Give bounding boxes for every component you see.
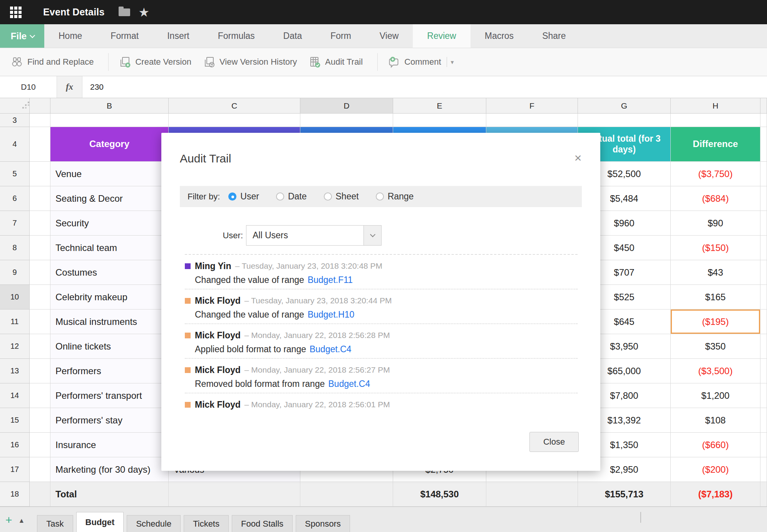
cell-x15[interactable] [760,408,767,433]
cell-x11[interactable] [760,309,767,334]
cell-h16[interactable]: ($660) [671,433,760,457]
cell-h8[interactable]: ($150) [671,236,760,260]
row-header-18[interactable]: 18 [0,482,30,507]
cell-a10[interactable] [30,285,50,309]
cell-b10[interactable]: Celebrity makeup [50,285,169,309]
row-header-9[interactable]: 9 [0,260,30,285]
cell-e3[interactable] [393,114,486,127]
sheet-tab-food-stalls[interactable]: Food Stalls [232,515,293,532]
create-version-button[interactable]: Create Version [119,56,191,68]
cell-h7[interactable]: $90 [671,211,760,236]
menu-tab-view[interactable]: View [365,24,413,48]
cell-a15[interactable] [30,408,50,433]
cell-x18[interactable] [760,482,767,507]
cell-x10[interactable] [760,285,767,309]
cell-b15[interactable]: Performers' stay [50,408,169,433]
cell-h5[interactable]: ($3,750) [671,162,760,186]
row-header-17[interactable]: 17 [0,457,30,482]
menu-tab-macros[interactable]: Macros [471,24,528,48]
column-header-f[interactable]: F [486,98,578,114]
column-header-e[interactable]: E [393,98,486,114]
row-header-7[interactable]: 7 [0,211,30,236]
row-header-4[interactable]: 4 [0,127,30,162]
menu-tab-share[interactable]: Share [528,24,580,48]
select-all-corner[interactable] [0,98,30,114]
cell-reference-box[interactable]: D10 [0,76,57,98]
row-header-13[interactable]: 13 [0,359,30,383]
cell-d18[interactable] [300,482,393,507]
view-version-history-button[interactable]: View Version History [203,56,297,68]
filter-radio-date[interactable]: Date [276,191,307,202]
cell-b17[interactable]: Marketing (for 30 days) [50,457,169,482]
user-dropdown[interactable]: All Users [246,225,382,246]
filter-radio-sheet[interactable]: Sheet [324,191,359,202]
cell-x8[interactable] [760,236,767,260]
cell-h12[interactable]: $350 [671,334,760,359]
cell-x5[interactable] [760,162,767,186]
cell-a6[interactable] [30,186,50,211]
cell-b18[interactable]: Total [50,482,169,507]
cell-b7[interactable]: Security [50,211,169,236]
sheet-tab-task[interactable]: Task [37,515,73,532]
row-header-12[interactable]: 12 [0,334,30,359]
column-header-c[interactable]: C [169,98,300,114]
cell-h11[interactable]: ($195) [671,309,760,334]
menu-tab-review[interactable]: Review [413,24,470,48]
find-and-replace-button[interactable]: Find and Replace [11,56,94,68]
column-header-b[interactable]: B [50,98,169,114]
cell-d3[interactable] [300,114,393,127]
range-link[interactable]: Budget.H10 [308,309,354,320]
cell-x9[interactable] [760,260,767,285]
row-header-11[interactable]: 11 [0,309,30,334]
cell-a16[interactable] [30,433,50,457]
cell-x13[interactable] [760,359,767,383]
menu-tab-home[interactable]: Home [44,24,96,48]
row-header-14[interactable]: 14 [0,383,30,408]
menu-tab-formulas[interactable]: Formulas [204,24,269,48]
cell-h6[interactable]: ($684) [671,186,760,211]
column-header-d[interactable]: D [300,98,393,114]
sheet-tab-budget[interactable]: Budget [76,512,124,532]
row-header-10[interactable]: 10 [0,285,30,309]
range-link[interactable]: Budget.C4 [328,379,370,389]
menu-tab-file[interactable]: File [0,24,44,48]
filter-radio-user[interactable]: User [228,191,259,202]
cell-b16[interactable]: Insurance [50,433,169,457]
cell-b8[interactable]: Technical team [50,236,169,260]
row-header-8[interactable]: 8 [0,236,30,260]
cell-h17[interactable]: ($200) [671,457,760,482]
cell-e18[interactable]: $148,530 [393,482,486,507]
cell-h18[interactable]: ($7,183) [671,482,760,507]
comment-button[interactable]: Comment [388,56,441,68]
cell-a3[interactable] [30,114,50,127]
cell-b9[interactable]: Costumes [50,260,169,285]
horizontal-scrollbar[interactable] [640,512,641,523]
cell-x16[interactable] [760,433,767,457]
column-header-g[interactable]: G [578,98,671,114]
row-header-15[interactable]: 15 [0,408,30,433]
row-header-5[interactable]: 5 [0,162,30,186]
sheet-tab-schedule[interactable]: Schedule [127,515,181,532]
dropdown-chevron[interactable] [363,226,381,245]
cell-x6[interactable] [760,186,767,211]
row-header-3[interactable]: 3 [0,114,30,127]
cell-b4[interactable]: Category [50,127,169,162]
cell-c3[interactable] [169,114,300,127]
menu-tab-form[interactable]: Form [316,24,365,48]
row-header-16[interactable]: 16 [0,433,30,457]
range-link[interactable]: Budget.F11 [308,275,353,285]
cell-x4[interactable] [760,127,767,162]
cell-b6[interactable]: Seating & Decor [50,186,169,211]
cell-a9[interactable] [30,260,50,285]
add-sheet-icon[interactable]: + [5,514,12,526]
sheet-tab-tickets[interactable]: Tickets [184,515,229,532]
cell-h15[interactable]: $108 [671,408,760,433]
cell-h10[interactable]: $165 [671,285,760,309]
row-header-6[interactable]: 6 [0,186,30,211]
cell-b11[interactable]: Musical instruments [50,309,169,334]
folder-icon[interactable] [119,8,130,16]
cell-x12[interactable] [760,334,767,359]
audit-trail-button[interactable]: Audit Trail [308,56,363,68]
cell-x17[interactable] [760,457,767,482]
app-launcher-icon[interactable] [10,7,22,18]
